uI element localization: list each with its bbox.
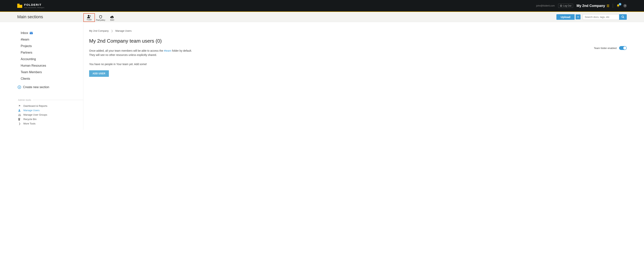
breadcrumb-root[interactable]: My 2nd Company: [89, 29, 109, 32]
svg-point-6: [19, 109, 20, 110]
add-user-button[interactable]: ADD USER: [89, 70, 109, 77]
caret-down-icon: ▾: [578, 16, 579, 18]
admin-item-more-tools[interactable]: ❯ More Tools: [17, 121, 83, 126]
sidebar-item-inbox[interactable]: Inbox: [17, 30, 83, 36]
sidebar-item-hr[interactable]: Human Resources: [17, 62, 83, 69]
team-folder-link[interactable]: #team: [164, 49, 171, 52]
brand-tagline: Your documents. Managed.: [24, 7, 45, 9]
svg-line-4: [623, 17, 624, 18]
sidebar-item-label: Accounting: [21, 57, 36, 61]
topbar-right: john@folderit.com ⏻ Log Out My 2nd Compa…: [536, 4, 627, 8]
flag-icon: ⚑: [18, 104, 21, 107]
shield-icon: [99, 15, 102, 19]
sidebar: Inbox #team Projects Partners Accounting…: [17, 22, 84, 130]
mail-icon: [30, 32, 33, 34]
admin-item-label: Manage Users: [24, 109, 40, 112]
folder-logo-icon: [17, 4, 22, 8]
company-switcher[interactable]: My 2nd Company ☰: [576, 4, 609, 8]
search-icon: [622, 15, 624, 19]
sidebar-item-accounting[interactable]: Accounting: [17, 56, 83, 62]
upload-button[interactable]: Upload: [556, 14, 574, 20]
main-sections-title: Main sections: [17, 15, 43, 19]
brand[interactable]: FOLDERIT Your documents. Managed.: [17, 3, 45, 9]
admin-item-dashboard[interactable]: ⚑ Dashboard & Reports: [17, 104, 83, 108]
actionbar-left: Main sections: [17, 12, 84, 22]
admin-item-manage-users[interactable]: Manage Users: [17, 108, 83, 112]
admin-item-recycle-bin[interactable]: Recycle Bin: [17, 117, 83, 121]
search-button[interactable]: [619, 14, 627, 20]
upload-dropdown[interactable]: ▾: [576, 15, 580, 19]
sidebar-item-team-members[interactable]: Team Members: [17, 69, 83, 75]
menu-icon: ☰: [606, 4, 609, 8]
admin-item-label: Dashboard & Reports: [24, 104, 47, 107]
desc-text-b: folder by default.: [171, 49, 192, 52]
divider-line: [33, 100, 83, 100]
sidebar-item-label: #team: [21, 38, 29, 41]
svg-point-7: [18, 114, 20, 115]
admin-item-label: Recycle Bin: [24, 118, 36, 121]
help-button[interactable]: ?: [623, 4, 627, 8]
body: Inbox #team Projects Partners Accounting…: [0, 22, 644, 130]
tool-sso[interactable]: SSO: [106, 15, 118, 22]
power-icon: ⏻: [560, 5, 562, 7]
team-folder-toggle-row: Team folder enabled:: [594, 46, 627, 50]
company-name: My 2nd Company: [576, 4, 605, 8]
notifications-badge: 8: [619, 3, 622, 6]
sidebar-item-label: Projects: [21, 44, 32, 48]
admin-tools-label: Admin tools: [18, 98, 31, 101]
plus-circle-icon: +: [18, 85, 21, 89]
main-content: My 2nd Company ❯ Manage Users My 2nd Com…: [84, 22, 627, 130]
sidebar-item-clients[interactable]: Clients: [17, 75, 83, 82]
sidebar-item-label: Human Resources: [21, 64, 46, 67]
admin-item-label: Manage User Groups: [24, 113, 47, 116]
logout-label: Log Out: [563, 5, 571, 7]
create-section-label: Create new section: [23, 85, 49, 89]
svg-point-3: [622, 16, 624, 18]
topbar: FOLDERIT Your documents. Managed. john@f…: [0, 0, 644, 12]
trash-icon: [18, 118, 21, 121]
cloud-key-icon: [110, 16, 114, 19]
chevron-right-icon: ❯: [18, 122, 21, 125]
toggle-label: Team folder enabled:: [594, 47, 617, 50]
user-email: john@folderit.com: [536, 5, 555, 7]
page-title: My 2nd Company team users (0): [89, 38, 627, 44]
breadcrumb: My 2nd Company ❯ Manage Users: [89, 29, 627, 32]
svg-point-8: [20, 114, 21, 115]
users-icon: [18, 113, 21, 116]
brand-name: FOLDERIT: [24, 3, 45, 6]
actionbar: Main sections +User Pwd policy SSO Uploa…: [0, 12, 644, 22]
svg-point-0: [88, 15, 90, 17]
svg-rect-2: [112, 17, 113, 18]
notifications-button[interactable]: 8: [616, 4, 620, 8]
breadcrumb-current: Manage Users: [116, 29, 132, 32]
search-wrap: [583, 14, 627, 20]
toggle-knob: [623, 47, 626, 50]
admin-item-manage-groups[interactable]: Manage User Groups: [17, 112, 83, 117]
divider: [613, 4, 613, 8]
svg-rect-10: [19, 118, 20, 118]
tool-add-user[interactable]: +User: [84, 13, 95, 22]
admin-tools-header: Admin tools: [18, 98, 83, 101]
search-input[interactable]: [583, 14, 619, 20]
sidebar-item-team[interactable]: #team: [17, 36, 83, 43]
sidebar-item-projects[interactable]: Projects: [17, 43, 83, 49]
tool-pwd-policy-label: Pwd policy: [96, 19, 105, 21]
team-folder-toggle[interactable]: [619, 46, 627, 50]
sidebar-item-label: Clients: [21, 77, 30, 80]
empty-state-message: You have no people in Your team yet. Add…: [89, 63, 627, 66]
add-user-icon: [87, 15, 91, 18]
sidebar-item-label: Partners: [21, 51, 32, 54]
actionbar-right: Upload ▾: [556, 12, 627, 22]
tool-sso-label: SSO: [110, 19, 114, 21]
user-icon: [18, 109, 21, 112]
tool-add-user-label: +User: [87, 19, 92, 21]
brand-text: FOLDERIT Your documents. Managed.: [24, 3, 45, 9]
create-section-button[interactable]: + Create new section: [17, 82, 83, 89]
desc-line2: They will see no other resources unless …: [89, 53, 157, 56]
sidebar-item-partners[interactable]: Partners: [17, 49, 83, 56]
sidebar-item-label: Inbox: [21, 31, 28, 35]
actionbar-tools: +User Pwd policy SSO: [84, 12, 118, 22]
tool-pwd-policy[interactable]: Pwd policy: [95, 14, 106, 22]
logout-button[interactable]: ⏻ Log Out: [558, 4, 573, 8]
page-description: Once added, all your team members will b…: [89, 49, 212, 57]
